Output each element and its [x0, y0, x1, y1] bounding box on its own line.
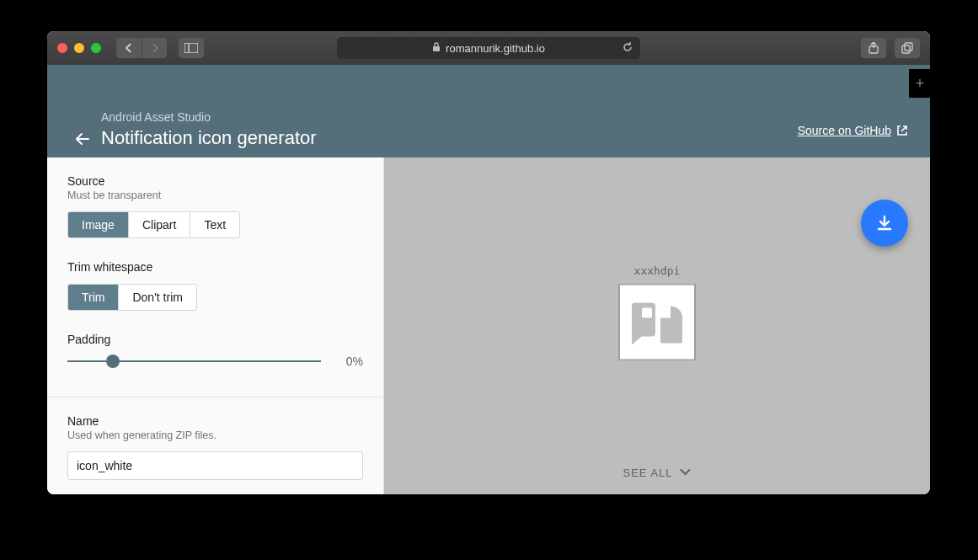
download-icon [875, 214, 894, 232]
settings-panel: Source Must be transparent Image Clipart… [47, 157, 384, 494]
see-all-label: SEE ALL [623, 467, 672, 479]
padding-slider[interactable] [67, 351, 321, 371]
download-button[interactable] [861, 200, 908, 247]
browser-tools [861, 38, 920, 58]
source-options: Image Clipart Text [67, 211, 240, 238]
trim-option-dont-trim[interactable]: Don't trim [118, 285, 195, 310]
browser-window: romannurik.github.io Android Asset Studi… [47, 31, 930, 494]
source-hint: Must be transparent [67, 189, 363, 201]
browser-titlebar: romannurik.github.io [47, 31, 930, 65]
new-tab-button[interactable]: + [909, 69, 930, 98]
source-option-clipart[interactable]: Clipart [128, 212, 190, 237]
address-bar[interactable]: romannurik.github.io [337, 37, 640, 59]
padding-label: Padding [67, 333, 363, 346]
svg-rect-0 [184, 43, 198, 53]
preview-item: xxxhdpi [618, 264, 696, 361]
padding-section: Padding 0% [47, 316, 383, 385]
back-arrow-button[interactable] [72, 129, 93, 149]
svg-rect-4 [902, 45, 910, 53]
trim-option-trim[interactable]: Trim [68, 285, 118, 310]
app-header: Android Asset Studio Notification icon g… [47, 65, 930, 157]
density-label: xxxhdpi [618, 264, 696, 277]
fullscreen-window-button[interactable] [91, 43, 101, 53]
minimize-window-button[interactable] [74, 43, 84, 53]
source-github-link[interactable]: Source on GitHub [798, 124, 908, 137]
chevron-down-icon [680, 467, 692, 479]
svg-rect-5 [905, 43, 912, 51]
tabs-button[interactable] [895, 38, 920, 58]
trim-section: Trim whitespace Trim Don't trim [47, 243, 383, 316]
name-hint: Used when generating ZIP files. [67, 429, 363, 441]
lock-icon [432, 42, 441, 54]
name-label: Name [67, 414, 363, 428]
source-label: Source [67, 174, 363, 188]
padding-value: 0% [338, 355, 363, 368]
github-link-text: Source on GitHub [798, 124, 891, 137]
trim-label: Trim whitespace [67, 260, 363, 274]
back-button[interactable] [116, 38, 142, 58]
window-controls [57, 43, 101, 53]
see-all-button[interactable]: SEE ALL [623, 467, 691, 479]
slider-thumb[interactable] [106, 355, 120, 368]
source-option-text[interactable]: Text [190, 212, 239, 237]
sidebar-toggle-button[interactable] [179, 38, 204, 58]
generated-icon [630, 301, 684, 344]
trim-options: Trim Don't trim [67, 284, 197, 311]
name-input[interactable] [67, 451, 363, 480]
nav-buttons [116, 38, 167, 58]
slider-track [67, 360, 321, 362]
close-window-button[interactable] [57, 43, 67, 53]
forward-button[interactable] [142, 38, 167, 58]
svg-rect-2 [433, 46, 440, 51]
source-section: Source Must be transparent Image Clipart… [47, 157, 383, 243]
share-button[interactable] [861, 38, 886, 58]
url-text: romannurik.github.io [446, 42, 545, 55]
source-option-image[interactable]: Image [68, 212, 128, 237]
page-title: Notification icon generator [101, 127, 317, 149]
reload-button[interactable] [622, 41, 633, 56]
app-subtitle: Android Asset Studio [101, 110, 211, 124]
external-link-icon [896, 125, 908, 136]
preview-panel: xxxhdpi SEE ALL [384, 157, 930, 494]
icon-preview-tile[interactable] [618, 284, 696, 361]
name-section: Name Used when generating ZIP files. [47, 397, 383, 485]
plus-icon: + [916, 76, 925, 91]
page-body: Source Must be transparent Image Clipart… [47, 157, 930, 494]
